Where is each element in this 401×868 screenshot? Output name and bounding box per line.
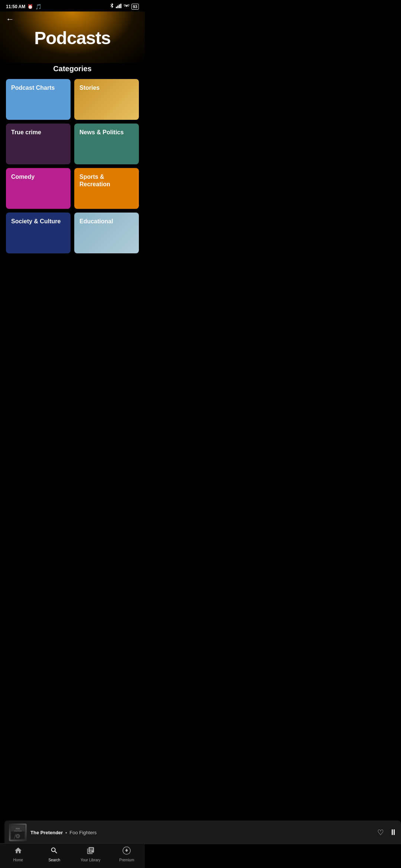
- category-label-educational: Educational: [79, 218, 113, 225]
- category-label-society-culture: Society & Culture: [11, 218, 61, 225]
- category-label-sports-recreation: Sports & Recreation: [79, 173, 134, 188]
- category-label-comedy: Comedy: [11, 173, 35, 181]
- header-section: ← Podcasts: [0, 11, 145, 63]
- category-card-stories[interactable]: Stories: [74, 79, 139, 120]
- category-card-sports-recreation[interactable]: Sports & Recreation: [74, 168, 139, 209]
- category-label-news-politics: News & Politics: [79, 129, 124, 136]
- categories-grid: Podcast Charts Stories True crime News &…: [6, 79, 139, 253]
- bluetooth-icon: [110, 3, 114, 10]
- svg-rect-1: [117, 6, 118, 8]
- svg-rect-2: [119, 4, 120, 8]
- category-label-stories: Stories: [79, 84, 100, 92]
- status-bar: 11:50 AM ⏰ 🎵: [0, 0, 145, 11]
- page-title: Podcasts: [0, 24, 145, 56]
- category-card-educational[interactable]: Educational: [74, 213, 139, 253]
- category-label-true-crime: True crime: [11, 129, 41, 136]
- categories-heading: Categories: [6, 65, 139, 73]
- status-right: 93: [110, 3, 139, 10]
- time: 11:50 AM: [6, 4, 25, 9]
- category-card-true-crime[interactable]: True crime: [6, 124, 71, 164]
- category-card-podcast-charts[interactable]: Podcast Charts: [6, 79, 71, 120]
- wifi-icon: [124, 4, 130, 9]
- svg-rect-3: [120, 4, 121, 8]
- category-card-news-politics[interactable]: News & Politics: [74, 124, 139, 164]
- category-card-society-culture[interactable]: Society & Culture: [6, 213, 71, 253]
- category-card-comedy[interactable]: Comedy: [6, 168, 71, 209]
- svg-rect-0: [116, 7, 117, 8]
- status-left: 11:50 AM ⏰ 🎵: [6, 4, 42, 10]
- battery-icon: 93: [131, 4, 139, 10]
- spotify-status-icon: 🎵: [35, 4, 42, 10]
- alarm-icon: ⏰: [27, 4, 33, 9]
- back-button[interactable]: ←: [0, 11, 20, 24]
- main-scroll: ← Podcasts Categories Podcast Charts Sto…: [0, 11, 145, 311]
- categories-section: Categories Podcast Charts Stories True c…: [0, 65, 145, 259]
- category-label-podcast-charts: Podcast Charts: [11, 84, 55, 92]
- signal-icon: [116, 4, 122, 9]
